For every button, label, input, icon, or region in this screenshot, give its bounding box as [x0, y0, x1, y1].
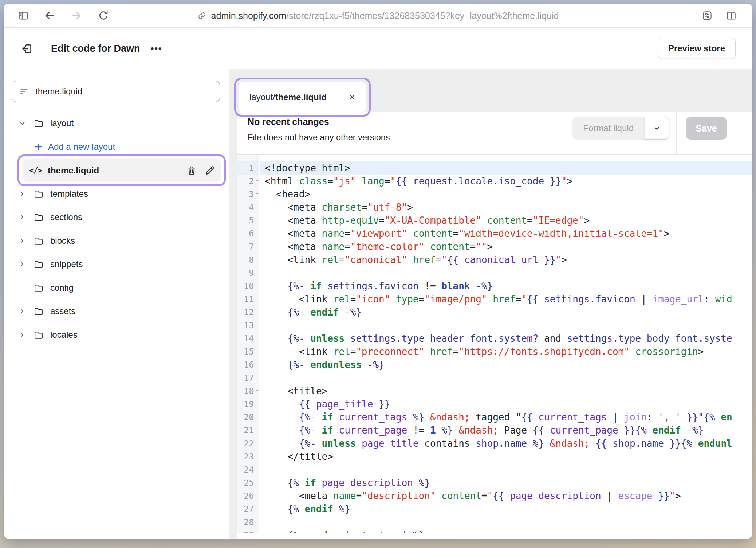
sidebar-item-assets[interactable]: assets	[4, 300, 229, 323]
code-line[interactable]: {% endif %}	[260, 502, 752, 516]
code-line[interactable]: <meta name="description" content="{{ pag…	[260, 489, 752, 502]
gutter-line-number: 29	[237, 529, 259, 533]
code-line[interactable]: <title>	[260, 384, 752, 398]
code-line[interactable]	[260, 266, 752, 279]
code-line[interactable]: <head>	[260, 188, 752, 201]
code-line[interactable]: {%- if current_page != 1 %} &ndash; Page…	[260, 424, 752, 437]
refresh-icon[interactable]	[96, 8, 111, 23]
code-line[interactable]: {%- if settings.favicon != blank -%}	[260, 279, 752, 293]
forward-icon[interactable]	[69, 8, 84, 23]
fold-toggle-icon[interactable]	[255, 388, 260, 392]
gutter-line-number: 17	[237, 371, 259, 384]
code-line[interactable]: {%- endif -%}	[260, 306, 752, 319]
code-line[interactable]: </title>	[260, 450, 752, 463]
code-line[interactable]	[260, 371, 752, 384]
more-menu-icon[interactable]: •••	[151, 28, 162, 69]
gutter-line-number: 16	[237, 358, 259, 371]
save-button[interactable]: Save	[686, 117, 727, 140]
file-search-input[interactable]: theme.liquid	[12, 81, 220, 102]
folder-icon	[34, 259, 44, 269]
selected-file-pill[interactable]: </> theme.liquid	[23, 159, 221, 182]
gutter-line-number: 7	[237, 240, 259, 253]
tab-layout-theme-liquid[interactable]: layout/theme.liquid ×	[239, 82, 366, 113]
code-line[interactable]: {%- if current_tags %} &ndash; tagged "{…	[260, 411, 752, 424]
plus-icon	[34, 142, 43, 152]
split-view-icon[interactable]	[724, 8, 739, 23]
code-line[interactable]: {% render 'meta-tags' %}	[260, 529, 752, 533]
sidebar-item-templates[interactable]: templates	[4, 182, 229, 206]
format-liquid-button[interactable]: Format liquid	[572, 117, 645, 140]
edit-file-icon[interactable]	[203, 164, 216, 177]
code-line[interactable]	[260, 319, 752, 332]
gutter-line-number: 12	[237, 306, 259, 319]
sidebar-item-config[interactable]: config	[4, 276, 229, 300]
page-settings-icon[interactable]	[700, 8, 714, 23]
version-header: No recent changes File does not have any…	[237, 112, 752, 155]
chevron-right-icon[interactable]	[18, 190, 28, 197]
format-liquid-split-button: Format liquid	[572, 117, 669, 140]
code-line[interactable]: <meta name="theme-color" content="">	[260, 240, 752, 253]
fold-toggle-icon[interactable]	[255, 178, 260, 183]
sidebar-toggle-icon[interactable]	[16, 8, 31, 23]
gutter-line-number: 22	[237, 437, 259, 450]
fold-toggle-icon[interactable]	[255, 191, 260, 196]
gutter-line-number: 11	[237, 293, 259, 306]
back-icon[interactable]	[42, 8, 57, 23]
gutter-line-number[interactable]: 2	[237, 175, 259, 188]
preview-store-button[interactable]: Preview store	[658, 38, 736, 59]
chevron-right-icon[interactable]	[18, 308, 28, 315]
code-line[interactable]: <link rel="icon" type="image/png" href="…	[260, 293, 752, 306]
file-label: theme.liquid	[48, 165, 99, 176]
sidebar-item-label: layout	[50, 118, 74, 128]
code-line[interactable]: <link rel="preconnect" href="https://fon…	[260, 345, 752, 358]
code-line[interactable]: {%- unless page_title contains shop.name…	[260, 437, 752, 450]
url-bar[interactable]: admin.shopify.com/store/rzq1xu-f5/themes…	[197, 4, 559, 28]
sidebar-item-theme-liquid[interactable]: </> theme.liquid	[4, 158, 229, 182]
app-header: Edit code for Dawn ••• Preview store	[4, 28, 752, 69]
tab-file-name: theme.liquid	[275, 92, 327, 102]
code-line[interactable]: <link rel="canonical" href="{{ canonical…	[260, 253, 752, 266]
code-area[interactable]: 1234567891011121314151617181920212223242…	[237, 155, 752, 533]
delete-file-icon[interactable]	[185, 164, 198, 177]
gutter-line-number[interactable]: 18	[237, 384, 259, 398]
search-value: theme.liquid	[35, 86, 82, 97]
gutter-line-number: 6	[237, 227, 259, 240]
close-tab-icon[interactable]: ×	[349, 92, 355, 102]
gutter-line-number: 20	[237, 411, 259, 424]
sidebar-item-snippets[interactable]: snippets	[4, 253, 229, 276]
code-line[interactable]: <meta http-equiv="X-UA-Compatible" conte…	[260, 214, 752, 227]
sidebar-item-label: blocks	[50, 236, 75, 246]
gutter-line-number: 10	[237, 279, 259, 293]
sidebar-item-blocks[interactable]: blocks	[4, 229, 229, 253]
add-layout-label: Add a new layout	[48, 142, 115, 152]
code-line[interactable]	[260, 463, 752, 476]
exit-icon[interactable]	[19, 41, 35, 57]
code-line[interactable]: <meta charset="utf-8">	[260, 201, 752, 214]
chevron-down-icon[interactable]	[18, 119, 28, 127]
code-line[interactable]: <!doctype html>	[260, 161, 752, 175]
code-line[interactable]: {%- unless settings.type_header_font.sys…	[260, 332, 752, 345]
gutter-line-number: 27	[237, 502, 259, 516]
code-line[interactable]: {%- endunless -%}	[260, 358, 752, 371]
gutter-line-number[interactable]: 3	[237, 188, 259, 201]
add-new-layout-link[interactable]: Add a new layout	[4, 135, 229, 159]
code-line[interactable]: {{ page_title }}	[260, 398, 752, 411]
sidebar-item-label: sections	[50, 212, 82, 222]
chevron-right-icon[interactable]	[18, 214, 28, 221]
chevron-right-icon[interactable]	[18, 261, 28, 268]
url-path: /store/rzq1xu-f5/themes/132683530345?key…	[286, 11, 559, 21]
code-line[interactable]: <html class="js" lang="{{ request.locale…	[260, 175, 752, 188]
sidebar-item-label: config	[50, 283, 74, 293]
chevron-right-icon[interactable]	[18, 237, 28, 244]
main-area: theme.liquid layout Add a new layout </>	[4, 69, 752, 539]
sidebar-item-layout[interactable]: layout	[4, 111, 229, 135]
sidebar-item-sections[interactable]: sections	[4, 206, 229, 229]
sidebar-item-locales[interactable]: locales	[4, 323, 229, 347]
code-lines[interactable]: <!doctype html><html class="js" lang="{{…	[260, 161, 752, 533]
code-line[interactable]: <meta name="viewport" content="width=dev…	[260, 227, 752, 240]
format-dropdown-button[interactable]	[645, 117, 669, 140]
chevron-right-icon[interactable]	[18, 331, 28, 338]
code-line[interactable]: {% if page_description %}	[260, 476, 752, 489]
folder-icon	[34, 306, 44, 316]
code-line[interactable]	[260, 516, 752, 529]
